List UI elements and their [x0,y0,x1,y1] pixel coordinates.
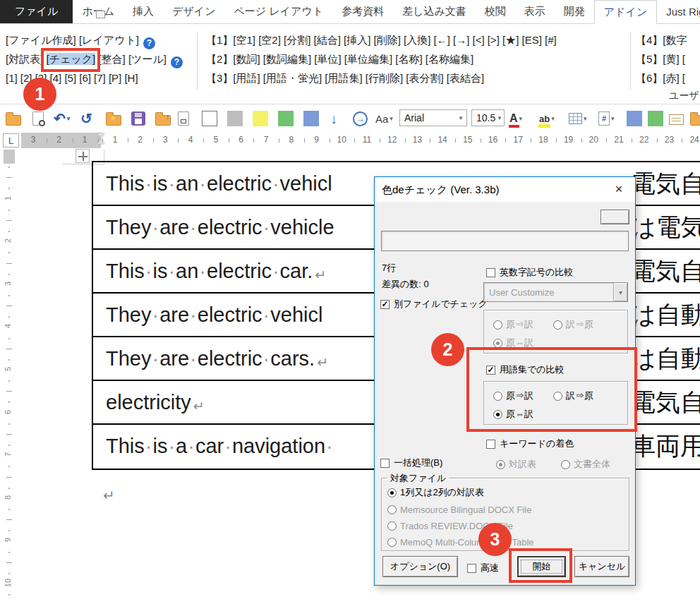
addin-row-file-layout[interactable]: [ファイル作成] [レイアウト]? [6,30,196,49]
dialog-title: 色deチェック (Ver. 3.3b) [382,183,499,197]
tab-design[interactable]: デザイン [163,0,224,23]
source-text: They·are·electric·cars.↵ [106,337,328,382]
diff-count-label: 差異の数: 0 [382,278,429,291]
radio-target-memoq: MemoQ Multi-Column RTF Table [387,537,534,548]
target-text: は電気 [631,206,700,248]
quick-toolbar: ↶▾ ↺ ★ ↑ ↓ → Aa▾ Arial▾ 10.5▾ A▾ ab▾ ▾ #… [0,104,700,133]
addin-row-2[interactable]: 【2】[数詞] [数詞編集] [単位] [単位編集] [名称] [名称編集] [206,49,627,68]
chevron-down-icon[interactable]: ▾ [613,283,627,301]
annotation-circle-step1: 1 [23,78,56,111]
tab-page-layout[interactable]: ページ レイアウト [225,0,333,23]
folder-clipped-icon[interactable] [690,109,700,128]
redo-icon[interactable]: ↺ [80,109,92,128]
checkbox-alnum-compare[interactable]: 英数字記号の比較 [486,266,573,279]
horizontal-ruler[interactable]: L 32112345678910111213141516171819202122… [0,133,700,148]
envelope-icon[interactable] [669,109,684,128]
text-highlight-button[interactable]: ab▾ [539,109,555,128]
line-count-label: 7行 [382,262,396,274]
export-folder-icon[interactable]: ↑ [155,109,171,128]
go-icon[interactable]: → [353,109,368,128]
checkbox-empty-icon [486,268,495,277]
swatch-white[interactable] [202,109,217,128]
annotation-circle-step3: 3 [478,523,512,556]
vertical-ruler[interactable]: 12345678910 [0,148,18,604]
swatch-green[interactable] [278,109,294,128]
result-field[interactable] [381,231,629,251]
addin-row-3[interactable]: 【3】[用語] [用語・蛍光] [用語集] [行削除] [表分割] [表結合] [206,68,627,87]
source-text: This·is·an·electric·vehicl [106,162,332,205]
tab-developer[interactable]: 開発 [555,0,594,23]
ribbon-separator [197,32,198,90]
addin-group-right: 【4】[数字 【5】[黄] [ 【6】[赤] [ [636,30,700,87]
tab-stop-selector[interactable]: L [3,133,19,147]
document-icon[interactable] [178,109,189,128]
close-icon[interactable]: × [608,181,630,198]
source-text: This·is·a·car·navigation· [106,425,334,467]
addin-group-middle: 【1】[空1] [空2] [分割] [結合] [挿入] [削除] [入換] [←… [206,30,627,87]
tab-references[interactable]: 参考資料 [332,0,393,23]
target-text: 電気自 [631,381,700,423]
font-size-select[interactable]: 10.5▾ [471,109,505,126]
tab-just-right[interactable]: Just Right [657,0,700,23]
paragraph-mark: ↵ [315,267,326,282]
print-preview-icon[interactable] [32,109,44,128]
options-button[interactable]: オプション(O) [382,556,458,577]
addin-row-4[interactable]: 【4】[数字 [636,30,700,49]
tab-file[interactable]: ファイル [0,0,73,23]
swatch-green-2[interactable] [648,109,663,128]
checkbox-empty-icon [467,564,476,573]
tab-mailings[interactable]: 差し込み文書 [393,0,476,23]
tab-insert[interactable]: 挿入 [123,0,163,23]
swatch-yellow[interactable] [253,109,268,128]
undo-icon[interactable]: ↶▾ [54,109,70,128]
target-text: は自動 [631,337,700,380]
checkbox-empty-icon [380,459,390,468]
font-color-button[interactable]: A▾ [509,109,522,128]
radio-target-table[interactable]: 1列又は2列の対訳表 [387,486,484,499]
table-icon[interactable]: ▾ [569,109,587,128]
dialog-title-bar[interactable]: 色deチェック (Ver. 3.3b) × [375,177,635,202]
target-text: 車両用 [631,425,700,467]
source-text: They·are·electric·vehicle [106,206,334,248]
help-icon[interactable]: ? [143,37,155,49]
tab-addins[interactable]: アドイン [594,0,657,24]
swatch-blue-2[interactable] [627,109,642,128]
dialog-mini-button[interactable] [601,210,629,224]
checkbox-empty-icon [486,440,495,449]
annotation-box-step3 [509,548,572,583]
numbering-doc-icon[interactable]: #▾ [598,109,615,128]
radio-src-to-tgt-disabled: 原⇒訳 [493,318,533,331]
radio-bilingual-table-disabled: 対訳表 [496,458,536,471]
annotation-circle-step2: 2 [431,333,464,366]
hanging-indent-marker[interactable] [97,139,104,144]
checkbox-separate-file[interactable]: ✓ 別ファイルでチェック [380,298,488,310]
down-arrow-icon[interactable]: ↓ [330,109,337,128]
help-icon[interactable]: ? [171,56,183,68]
swatch-gray[interactable] [227,109,243,128]
save-icon[interactable] [131,109,145,128]
addin-row-1[interactable]: 【1】[空1] [空2] [分割] [結合] [挿入] [削除] [入換] [←… [206,30,627,49]
annotation-box-step2 [466,347,637,432]
swatch-blue[interactable] [303,109,319,128]
word-window: ファイル ホーム 挿入 デザイン ページ レイアウト 参考資料 差し込み文書 校… [0,0,700,604]
tab-review[interactable]: 校閲 [476,0,515,23]
first-line-indent-marker[interactable] [97,133,104,138]
annotation-box-step1 [41,48,100,72]
table-move-handle[interactable] [76,149,90,163]
customize-select[interactable]: User Customize ▾ [483,282,628,302]
paragraph-mark: ↵ [103,487,115,504]
change-case-button[interactable]: Aa▾ [375,109,393,128]
source-text: electricity↵ [106,381,205,426]
font-name-select[interactable]: Arial▾ [399,109,467,126]
favorites-folder-icon[interactable]: ★ [106,109,121,128]
addin-row-5[interactable]: 【5】[黄] [ [636,49,700,68]
addin-row-check-tools[interactable]: [対訳表] [チェック] [整合] [ツール]? [6,49,196,68]
checkbox-fast[interactable]: 高速 [467,562,499,574]
addin-row-6[interactable]: 【6】[赤] [ [636,68,700,87]
open-folder-icon[interactable] [6,109,21,128]
cancel-button[interactable]: キャンセル [574,556,629,577]
checkbox-keyword-color[interactable]: キーワードの着色 [486,437,574,450]
tab-view[interactable]: 表示 [515,0,555,23]
left-indent-marker[interactable] [96,11,105,18]
checkbox-batch[interactable]: 一括処理(B) [380,457,442,469]
